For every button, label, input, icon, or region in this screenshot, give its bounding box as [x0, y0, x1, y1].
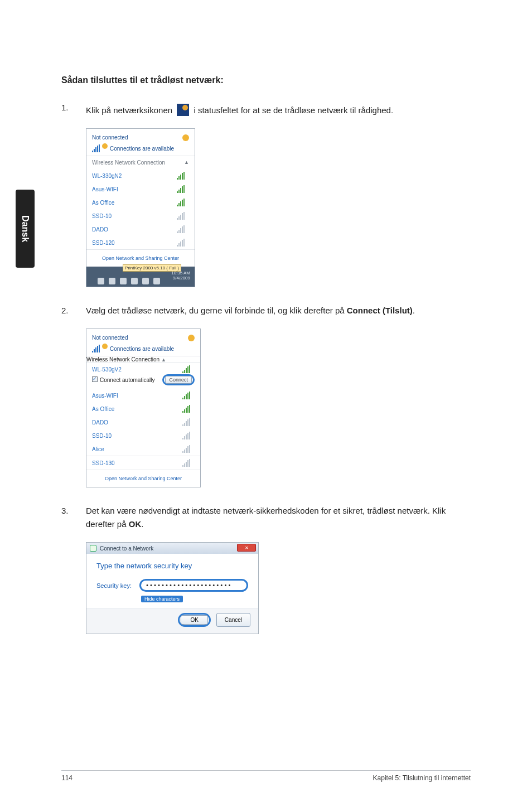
- signal-icon: [92, 345, 101, 352]
- network-item[interactable]: Asus-WIFI: [86, 389, 200, 402]
- signal-icon: [177, 172, 186, 180]
- signal-icon: [182, 365, 191, 373]
- network-name: WL-330gN2: [92, 173, 177, 179]
- step2-text-b: .: [413, 306, 415, 315]
- network-item[interactable]: SSD-130: [86, 456, 200, 470]
- network-item[interactable]: SSD-10: [86, 429, 200, 442]
- collapse-caret-icon[interactable]: ▲: [184, 160, 189, 166]
- network-name: Asus-WIFI: [92, 186, 177, 192]
- step2-text-a: Vælg det trådløse netværk, du gerne vil …: [86, 306, 347, 315]
- not-connected-label: Not connected: [92, 335, 128, 341]
- open-network-center-link[interactable]: Open Network and Sharing Center: [86, 470, 200, 487]
- cancel-button[interactable]: Cancel: [216, 613, 250, 627]
- highlight-circle: OK: [178, 613, 210, 627]
- dialog-title-icon: [90, 545, 96, 552]
- signal-icon: [182, 405, 191, 413]
- step-2: 2. Vælg det trådløse netværk, du gerne v…: [61, 304, 471, 317]
- network-name: SSD-120: [92, 240, 177, 246]
- connections-available-label: Connections are available: [110, 346, 174, 352]
- ok-button[interactable]: OK: [181, 615, 207, 625]
- network-item[interactable]: SSD-120: [86, 236, 195, 249]
- wireless-section-label: Wireless Network Connection: [92, 160, 165, 166]
- signal-icon: [177, 199, 186, 206]
- collapse-caret-icon[interactable]: ▲: [161, 357, 166, 363]
- language-tab: Dansk: [16, 190, 35, 268]
- dialog-titlebar: Connect to a Network ✕: [86, 543, 258, 554]
- network-name: Asus-WIFI: [92, 393, 182, 399]
- security-key-dialog: Connect to a Network ✕ Type the network …: [86, 542, 259, 634]
- status-icon: [188, 335, 195, 341]
- selected-network-name: WL-530gV2: [92, 366, 122, 373]
- network-item[interactable]: DADO: [86, 223, 195, 236]
- network-name: DADO: [92, 226, 177, 233]
- step3-bold: OK: [129, 519, 142, 529]
- signal-icon: [92, 144, 101, 152]
- signal-icon: [182, 418, 191, 426]
- step3-text-b: .: [141, 519, 143, 529]
- step-1: 1. Klik på netværksikonen i statusfeltet…: [61, 101, 471, 117]
- network-name: SSD-130: [92, 460, 182, 466]
- dialog-prompt: Type the network security key: [96, 562, 248, 570]
- step2-bold: Connect (Tilslut): [347, 306, 413, 315]
- network-item[interactable]: DADO: [86, 416, 200, 429]
- tray-icons: [98, 278, 160, 284]
- network-item[interactable]: Alice: [86, 442, 200, 456]
- signal-icon: [182, 445, 191, 453]
- wireless-section-label: Wireless Network Connection: [86, 356, 159, 363]
- page-footer: 114 Kapitel 5: Tilslutning til internett…: [61, 770, 471, 782]
- connect-auto-checkbox-icon[interactable]: [92, 376, 98, 382]
- connect-auto-label: Connect automatically: [100, 377, 154, 383]
- security-key-label: Security key:: [96, 582, 132, 589]
- signal-icon: [182, 432, 191, 439]
- network-item[interactable]: WL-330gN2: [86, 169, 195, 182]
- network-item[interactable]: As Office: [86, 196, 195, 209]
- signal-icon: [177, 225, 186, 233]
- tray-date: 9/4/2009: [171, 276, 190, 281]
- highlight-circle: Connect: [162, 374, 195, 385]
- connections-available-label: Connections are available: [110, 146, 174, 152]
- page-number: 114: [61, 774, 72, 782]
- network-name: SSD-10: [92, 213, 177, 219]
- network-name: DADO: [92, 419, 182, 426]
- not-connected-label: Not connected: [92, 134, 128, 141]
- signal-icon: [177, 185, 186, 193]
- signal-icon: [182, 459, 191, 467]
- step-3: 3. Det kan være nødvendigt at indtaste n…: [61, 504, 471, 531]
- network-item[interactable]: As Office: [86, 402, 200, 416]
- signal-icon: [182, 392, 191, 399]
- security-key-input[interactable]: ••••••••••••••••••••••: [139, 579, 248, 592]
- close-icon[interactable]: ✕: [237, 544, 256, 552]
- dialog-title: Connect to a Network: [100, 545, 153, 552]
- step-number: 2.: [61, 304, 86, 317]
- network-name: As Office: [92, 406, 182, 412]
- tray-clock: 10:35 AM 9/4/2009: [171, 271, 190, 281]
- network-name: SSD-10: [92, 433, 182, 439]
- status-icon: [182, 134, 189, 141]
- network-item[interactable]: SSD-10: [86, 209, 195, 223]
- connect-auto-wrap[interactable]: Connect automatically: [92, 376, 154, 383]
- signal-icon: [177, 212, 186, 220]
- hide-characters-toggle[interactable]: Hide characters: [141, 596, 183, 602]
- network-flyout-2: Not connected Connections are available …: [86, 328, 201, 487]
- step-number: 3.: [61, 504, 86, 531]
- section-heading: Sådan tilsluttes til et trådløst netværk…: [61, 75, 471, 85]
- connect-button[interactable]: Connect: [165, 376, 192, 384]
- warning-icon: [102, 143, 108, 149]
- signal-icon: [177, 239, 186, 247]
- network-item[interactable]: Asus-WIFI: [86, 182, 195, 196]
- network-name: As Office: [92, 200, 177, 206]
- step1-text-a: Klik på netværksikonen: [86, 105, 175, 115]
- network-tray-icon: [177, 104, 189, 116]
- network-name: Alice: [92, 446, 182, 452]
- selected-network[interactable]: WL-530gV2 Connect automatically Connect: [86, 363, 200, 389]
- taskbar-tray: PrintKey 2000 v5.10 ( Full ) 10:35 AM 9/…: [86, 267, 195, 287]
- chapter-label: Kapitel 5: Tilslutning til internettet: [373, 774, 471, 782]
- step1-text-b: i statusfeltet for at se de trådløse net…: [194, 105, 393, 115]
- network-flyout-1: Not connected Connections are available …: [86, 128, 195, 287]
- warning-icon: [102, 344, 108, 349]
- step-number: 1.: [61, 101, 86, 117]
